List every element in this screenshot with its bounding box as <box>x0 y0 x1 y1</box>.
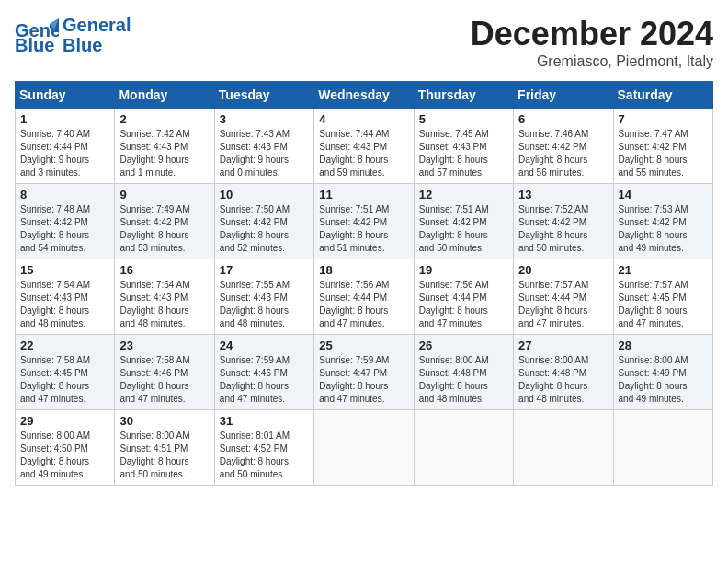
calendar-cell: 2Sunrise: 7:42 AMSunset: 4:43 PMDaylight… <box>115 109 214 184</box>
day-info: Sunrise: 7:50 AMSunset: 4:42 PMDaylight:… <box>220 203 309 255</box>
week-row-4: 22Sunrise: 7:58 AMSunset: 4:45 PMDayligh… <box>16 335 713 410</box>
calendar-cell: 1Sunrise: 7:40 AMSunset: 4:44 PMDaylight… <box>16 109 115 184</box>
calendar-cell: 5Sunrise: 7:45 AMSunset: 4:43 PMDaylight… <box>414 109 513 184</box>
day-info: Sunrise: 8:00 AMSunset: 4:49 PMDaylight:… <box>619 354 708 406</box>
day-number: 9 <box>119 188 209 201</box>
calendar-cell: 11Sunrise: 7:51 AMSunset: 4:42 PMDayligh… <box>314 184 414 259</box>
calendar-cell: 22Sunrise: 7:58 AMSunset: 4:45 PMDayligh… <box>16 335 115 410</box>
calendar-cell: 18Sunrise: 7:56 AMSunset: 4:44 PMDayligh… <box>314 259 414 335</box>
weekday-header-saturday: Saturday <box>613 82 712 109</box>
day-number: 22 <box>20 339 109 352</box>
calendar-cell <box>613 410 712 486</box>
calendar-cell: 15Sunrise: 7:54 AMSunset: 4:43 PMDayligh… <box>16 259 115 335</box>
day-info: Sunrise: 7:55 AMSunset: 4:43 PMDaylight:… <box>220 279 309 330</box>
day-number: 31 <box>220 414 309 428</box>
day-info: Sunrise: 7:51 AMSunset: 4:42 PMDaylight:… <box>419 203 508 255</box>
day-number: 27 <box>518 339 608 352</box>
calendar-cell: 12Sunrise: 7:51 AMSunset: 4:42 PMDayligh… <box>414 184 513 259</box>
calendar-table: SundayMondayTuesdayWednesdayThursdayFrid… <box>15 81 713 486</box>
calendar-cell <box>514 410 613 486</box>
day-info: Sunrise: 7:47 AMSunset: 4:42 PMDaylight:… <box>619 128 708 179</box>
day-info: Sunrise: 7:57 AMSunset: 4:44 PMDaylight:… <box>518 279 608 330</box>
weekday-header-monday: Monday <box>115 82 214 109</box>
day-number: 17 <box>220 263 309 277</box>
week-row-2: 8Sunrise: 7:48 AMSunset: 4:42 PMDaylight… <box>16 184 713 259</box>
day-info: Sunrise: 7:57 AMSunset: 4:45 PMDaylight:… <box>619 279 708 330</box>
day-number: 29 <box>20 414 109 428</box>
title-block: December 2024 Gremiasco, Piedmont, Italy <box>471 15 713 70</box>
calendar-cell: 7Sunrise: 7:47 AMSunset: 4:42 PMDaylight… <box>613 109 712 184</box>
day-number: 7 <box>619 112 708 126</box>
day-info: Sunrise: 7:51 AMSunset: 4:42 PMDaylight:… <box>319 203 408 255</box>
day-info: Sunrise: 7:53 AMSunset: 4:42 PMDaylight:… <box>619 203 708 255</box>
calendar-cell: 26Sunrise: 8:00 AMSunset: 4:48 PMDayligh… <box>414 335 513 410</box>
day-info: Sunrise: 7:58 AMSunset: 4:46 PMDaylight:… <box>119 354 209 406</box>
day-number: 15 <box>20 263 109 277</box>
day-info: Sunrise: 7:52 AMSunset: 4:42 PMDaylight:… <box>518 203 608 255</box>
day-number: 20 <box>518 263 608 277</box>
calendar-cell: 10Sunrise: 7:50 AMSunset: 4:42 PMDayligh… <box>214 184 313 259</box>
calendar-cell: 6Sunrise: 7:46 AMSunset: 4:42 PMDaylight… <box>514 109 613 184</box>
day-info: Sunrise: 7:58 AMSunset: 4:45 PMDaylight:… <box>20 354 109 406</box>
logo: General Blue General Blue <box>15 15 131 55</box>
calendar-cell: 17Sunrise: 7:55 AMSunset: 4:43 PMDayligh… <box>214 259 313 335</box>
calendar-cell: 30Sunrise: 8:00 AMSunset: 4:51 PMDayligh… <box>115 410 214 486</box>
calendar-cell: 8Sunrise: 7:48 AMSunset: 4:42 PMDaylight… <box>16 184 115 259</box>
day-info: Sunrise: 7:45 AMSunset: 4:43 PMDaylight:… <box>419 128 508 179</box>
svg-text:Blue: Blue <box>15 35 54 53</box>
day-number: 13 <box>518 188 608 201</box>
day-info: Sunrise: 7:46 AMSunset: 4:42 PMDaylight:… <box>518 128 608 179</box>
weekday-header-friday: Friday <box>514 82 613 109</box>
calendar-cell: 28Sunrise: 8:00 AMSunset: 4:49 PMDayligh… <box>613 335 712 410</box>
header: General Blue General Blue December 2024 … <box>15 15 713 70</box>
calendar-cell: 16Sunrise: 7:54 AMSunset: 4:43 PMDayligh… <box>115 259 214 335</box>
logo-icon: General Blue <box>15 17 59 53</box>
weekday-header-row: SundayMondayTuesdayWednesdayThursdayFrid… <box>16 82 713 109</box>
day-number: 1 <box>20 112 109 126</box>
day-number: 24 <box>220 339 309 352</box>
day-info: Sunrise: 8:00 AMSunset: 4:51 PMDaylight:… <box>119 430 209 481</box>
calendar-cell: 29Sunrise: 8:00 AMSunset: 4:50 PMDayligh… <box>16 410 115 486</box>
calendar-cell: 4Sunrise: 7:44 AMSunset: 4:43 PMDaylight… <box>314 109 414 184</box>
day-number: 10 <box>220 188 309 201</box>
weekday-header-tuesday: Tuesday <box>214 82 313 109</box>
calendar-cell: 31Sunrise: 8:01 AMSunset: 4:52 PMDayligh… <box>214 410 313 486</box>
weekday-header-wednesday: Wednesday <box>314 82 414 109</box>
week-row-1: 1Sunrise: 7:40 AMSunset: 4:44 PMDaylight… <box>16 109 713 184</box>
calendar-cell: 21Sunrise: 7:57 AMSunset: 4:45 PMDayligh… <box>613 259 712 335</box>
day-info: Sunrise: 7:59 AMSunset: 4:46 PMDaylight:… <box>220 354 309 406</box>
main-title: December 2024 <box>471 15 713 53</box>
calendar-cell: 19Sunrise: 7:56 AMSunset: 4:44 PMDayligh… <box>414 259 513 335</box>
logo-blue: Blue <box>63 35 131 55</box>
calendar-cell: 23Sunrise: 7:58 AMSunset: 4:46 PMDayligh… <box>115 335 214 410</box>
day-number: 18 <box>319 263 408 277</box>
day-number: 12 <box>419 188 508 201</box>
calendar-cell: 25Sunrise: 7:59 AMSunset: 4:47 PMDayligh… <box>314 335 414 410</box>
day-info: Sunrise: 7:56 AMSunset: 4:44 PMDaylight:… <box>319 279 408 330</box>
calendar-cell <box>314 410 414 486</box>
day-number: 6 <box>518 112 608 126</box>
day-info: Sunrise: 8:00 AMSunset: 4:48 PMDaylight:… <box>419 354 508 406</box>
calendar-cell: 13Sunrise: 7:52 AMSunset: 4:42 PMDayligh… <box>514 184 613 259</box>
day-number: 5 <box>419 112 508 126</box>
week-row-5: 29Sunrise: 8:00 AMSunset: 4:50 PMDayligh… <box>16 410 713 486</box>
day-info: Sunrise: 7:43 AMSunset: 4:43 PMDaylight:… <box>220 128 309 179</box>
day-info: Sunrise: 7:48 AMSunset: 4:42 PMDaylight:… <box>20 203 109 255</box>
day-info: Sunrise: 7:56 AMSunset: 4:44 PMDaylight:… <box>419 279 508 330</box>
day-number: 25 <box>319 339 408 352</box>
subtitle: Gremiasco, Piedmont, Italy <box>471 53 713 70</box>
calendar-cell: 14Sunrise: 7:53 AMSunset: 4:42 PMDayligh… <box>613 184 712 259</box>
day-number: 23 <box>119 339 209 352</box>
day-info: Sunrise: 7:49 AMSunset: 4:42 PMDaylight:… <box>119 203 209 255</box>
day-number: 16 <box>119 263 209 277</box>
calendar-cell: 9Sunrise: 7:49 AMSunset: 4:42 PMDaylight… <box>115 184 214 259</box>
day-number: 30 <box>119 414 209 428</box>
calendar-cell: 3Sunrise: 7:43 AMSunset: 4:43 PMDaylight… <box>214 109 313 184</box>
day-number: 21 <box>619 263 708 277</box>
day-info: Sunrise: 7:54 AMSunset: 4:43 PMDaylight:… <box>119 279 209 330</box>
weekday-header-thursday: Thursday <box>414 82 513 109</box>
day-number: 26 <box>419 339 508 352</box>
day-number: 19 <box>419 263 508 277</box>
day-info: Sunrise: 7:42 AMSunset: 4:43 PMDaylight:… <box>119 128 209 179</box>
calendar-cell: 24Sunrise: 7:59 AMSunset: 4:46 PMDayligh… <box>214 335 313 410</box>
